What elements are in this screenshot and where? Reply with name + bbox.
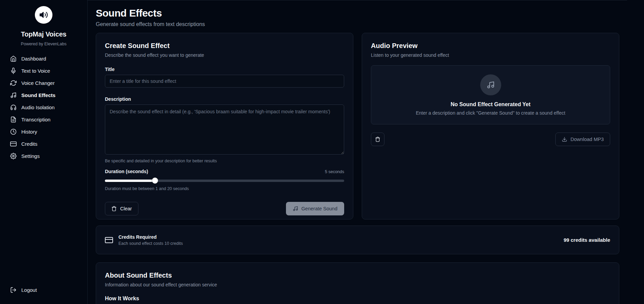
duration-slider-fill <box>105 180 155 182</box>
sidebar-nav: Dashboard Text to Voice Voice Changer So… <box>0 52 87 162</box>
content-grid: Create Sound Effect Describe the sound e… <box>96 33 619 219</box>
download-mp3-label: Download MP3 <box>571 137 604 142</box>
sidebar-item-label: Audio Isolation <box>21 104 54 110</box>
description-field-label: Description <box>105 96 344 102</box>
sidebar-item-history[interactable]: History <box>0 125 87 138</box>
about-section-heading: How It Works <box>105 296 610 302</box>
sidebar-item-label: Transcription <box>21 117 50 122</box>
title-input[interactable] <box>105 75 344 88</box>
sidebar-item-settings[interactable]: Settings <box>0 150 87 162</box>
sidebar-item-voice-changer[interactable]: Voice Changer <box>0 77 87 89</box>
preview-card-subtitle: Listen to your generated sound effect <box>371 52 610 58</box>
sidebar-item-credits[interactable]: Credits <box>0 138 87 150</box>
duration-row: Duration (seconds) 5 seconds <box>105 169 344 174</box>
sidebar-item-label: History <box>21 129 37 135</box>
sidebar: TopMaj Voices Powered by ElevenLabs Dash… <box>0 0 88 304</box>
brand-subtitle: Powered by ElevenLabs <box>0 42 87 46</box>
create-card-actions: Clear Generate Sound <box>105 202 344 215</box>
credit-card-icon <box>105 236 113 244</box>
about-card-title: About Sound Effects <box>105 272 610 279</box>
trash-icon <box>375 137 380 142</box>
create-card-subtitle: Describe the sound effect you want to ge… <box>105 52 344 58</box>
sidebar-item-transcription[interactable]: Transcription <box>0 113 87 125</box>
credits-required-subtitle: Each sound effect costs 10 credits <box>118 241 183 246</box>
refresh-icon <box>10 80 17 86</box>
logout-icon <box>10 287 17 293</box>
download-icon <box>562 137 567 142</box>
logo <box>0 6 87 24</box>
audio-preview-card: Audio Preview Listen to your generated s… <box>362 33 619 219</box>
description-helper: Be specific and detailed in your descrip… <box>105 159 344 163</box>
trash-icon <box>111 206 117 211</box>
description-textarea[interactable] <box>105 104 344 155</box>
headphones-icon <box>10 104 17 111</box>
main-content: Sound Effects Generate sound effects fro… <box>88 0 644 304</box>
delete-audio-button[interactable] <box>371 133 384 146</box>
mic-icon <box>10 68 17 74</box>
page-subtitle: Generate sound effects from text descrip… <box>96 21 619 27</box>
clock-icon <box>10 128 17 135</box>
preview-actions: Download MP3 <box>371 133 610 146</box>
home-icon <box>10 55 17 62</box>
sidebar-item-sound-effects[interactable]: Sound Effects <box>0 89 87 101</box>
duration-label: Duration (seconds) <box>105 169 148 174</box>
credits-required-bar: Credits Required Each sound effect costs… <box>96 226 619 254</box>
about-card-subtitle: Information about our sound effect gener… <box>105 282 610 287</box>
about-sound-effects-card: About Sound Effects Information about ou… <box>96 262 619 304</box>
music-icon <box>293 206 298 211</box>
preview-empty-title: No Sound Effect Generated Yet <box>450 101 530 108</box>
document-icon <box>10 116 17 123</box>
sidebar-item-label: Text to Voice <box>21 68 50 74</box>
clear-button-label: Clear <box>120 206 132 211</box>
music-icon <box>10 92 17 98</box>
preview-empty-subtitle: Enter a description and click "Generate … <box>416 110 565 116</box>
sidebar-item-label: Voice Changer <box>21 80 54 86</box>
logout-label: Logout <box>21 287 37 293</box>
music-icon <box>487 81 495 89</box>
duration-value: 5 seconds <box>325 169 344 174</box>
gear-icon <box>10 153 17 159</box>
clear-button[interactable]: Clear <box>105 202 138 215</box>
preview-card-title: Audio Preview <box>371 42 610 50</box>
duration-slider-thumb[interactable] <box>152 178 158 184</box>
generate-sound-button-label: Generate Sound <box>302 206 337 211</box>
duration-helper: Duration must be between 1 and 20 second… <box>105 186 344 191</box>
speaker-logo-icon <box>35 6 52 24</box>
create-sound-effect-card: Create Sound Effect Describe the sound e… <box>96 33 353 219</box>
credits-info: Credits Required Each sound effect costs… <box>105 234 183 246</box>
sidebar-item-dashboard[interactable]: Dashboard <box>0 52 87 65</box>
sidebar-item-audio-isolation[interactable]: Audio Isolation <box>0 101 87 113</box>
create-card-title: Create Sound Effect <box>105 42 344 50</box>
page-title: Sound Effects <box>96 7 619 19</box>
sidebar-item-label: Credits <box>21 141 38 147</box>
brand-title: TopMaj Voices <box>0 30 87 38</box>
download-mp3-button[interactable]: Download MP3 <box>555 133 610 146</box>
sidebar-item-text-to-voice[interactable]: Text to Voice <box>0 65 87 77</box>
sidebar-item-label: Dashboard <box>21 56 46 62</box>
music-note-badge <box>480 74 501 95</box>
credits-available: 99 credits available <box>563 237 610 243</box>
duration-slider[interactable] <box>105 178 344 184</box>
sidebar-item-label: Sound Effects <box>21 92 55 98</box>
title-field-label: Title <box>105 67 344 72</box>
audio-preview-panel: No Sound Effect Generated Yet Enter a de… <box>371 65 610 124</box>
sidebar-item-label: Settings <box>21 153 40 159</box>
credit-card-icon <box>10 141 17 147</box>
logout-button[interactable]: Logout <box>0 284 87 296</box>
credits-required-title: Credits Required <box>118 234 183 240</box>
generate-sound-button[interactable]: Generate Sound <box>286 202 344 215</box>
